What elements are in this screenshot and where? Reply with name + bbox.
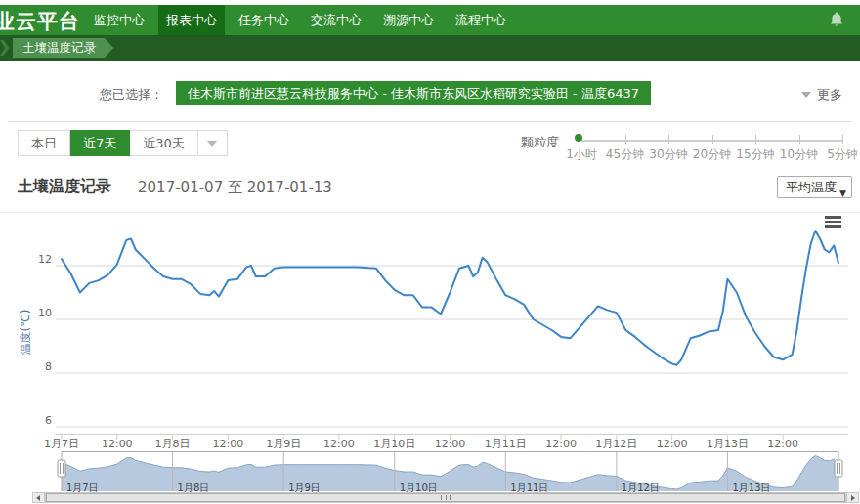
x-axis-label: 12:00 xyxy=(435,438,466,450)
x-axis-label: 1月8日 xyxy=(155,438,191,450)
granularity-tick xyxy=(799,135,800,144)
series-line xyxy=(62,231,838,365)
menu-item-5[interactable]: 流程中心 xyxy=(448,5,514,35)
y-axis-title: 温度(℃) xyxy=(19,310,32,356)
navigator-day-label: 1月9日 xyxy=(288,483,321,493)
series-select-value: 平均温度 xyxy=(786,180,837,194)
x-axis-label: 12:00 xyxy=(545,438,577,450)
top-navbar: 农业云平台 监控中心报表中心任务中心交流中心溯源中心流程中心 xyxy=(0,5,860,35)
granularity-slider-handle[interactable] xyxy=(575,134,582,142)
granularity-control: 颗粒度 1小时45分钟30分钟20分钟15分钟10分钟5分钟 xyxy=(518,127,858,166)
navigator-day-label: 1月12日 xyxy=(622,483,660,493)
breadcrumb-chevron-icon xyxy=(0,40,9,56)
chart-date-range: 2017-01-07 至 2017-01-13 xyxy=(138,179,332,197)
x-axis-label: 1月13日 xyxy=(707,438,749,450)
x-axis-label: 12:00 xyxy=(323,438,355,450)
menu-item-0[interactable]: 监控中心 xyxy=(86,5,152,35)
x-axis-label: 12:00 xyxy=(657,438,688,450)
navigator-day-label: 1月10日 xyxy=(400,483,438,493)
series-select-dropdown[interactable]: 平均温度 ▼ xyxy=(777,176,852,198)
arrow-left-icon xyxy=(36,495,40,501)
menu-item-3[interactable]: 交流中心 xyxy=(303,5,369,35)
x-axis-label: 12:00 xyxy=(767,438,798,450)
scrollbar-grip-icon xyxy=(441,495,451,500)
menu-item-4[interactable]: 溯源中心 xyxy=(375,5,442,35)
chart-title: 土壤温度记录 xyxy=(18,177,111,197)
granularity-label: 颗粒度 xyxy=(521,134,559,151)
chart-export-menu-icon[interactable] xyxy=(825,216,841,228)
x-axis-label: 1月12日 xyxy=(595,438,637,450)
scrollbar-left-button[interactable] xyxy=(32,492,45,503)
caret-down-icon xyxy=(801,92,811,98)
temperature-line-chart: 121086温度(℃)1月7日12:001月8日12:001月9日12:001月… xyxy=(0,210,860,451)
selection-label: 您已选择： xyxy=(100,86,163,104)
scrollbar-right-button[interactable] xyxy=(846,492,859,503)
x-axis-label: 12:00 xyxy=(213,438,244,450)
range-button-1[interactable]: 近7天 xyxy=(70,130,130,156)
granularity-tick xyxy=(625,135,626,144)
notification-bell-icon[interactable] xyxy=(829,12,844,28)
menu-item-1[interactable]: 报表中心 xyxy=(158,5,225,35)
x-axis-label: 1月9日 xyxy=(266,438,301,450)
range-dropdown-button[interactable] xyxy=(198,130,228,156)
y-axis-label: 8 xyxy=(45,360,52,373)
x-axis-label: 12:00 xyxy=(102,438,133,450)
granularity-option-6[interactable]: 5分钟 xyxy=(817,147,860,163)
range-button-0[interactable]: 本日 xyxy=(18,130,70,156)
navigator-handle-left[interactable] xyxy=(58,460,65,477)
selection-bar: 您已选择： 佳木斯市前进区慧云科技服务中心 - 佳木斯市东风区水稻研究实验田 -… xyxy=(8,66,852,122)
breadcrumb-bar: 土壤温度记录 xyxy=(0,35,860,61)
chart-navigator: 1月7日1月8日1月9日1月10日1月11日1月12日1月13日 xyxy=(0,451,860,493)
granularity-tick xyxy=(842,135,843,144)
navigator-day-label: 1月13日 xyxy=(732,483,770,493)
x-axis-label: 1月11日 xyxy=(485,438,527,450)
select-caret-icon: ▼ xyxy=(839,184,846,204)
more-label: 更多 xyxy=(817,86,842,104)
menu-item-2[interactable]: 任务中心 xyxy=(231,5,297,35)
arrow-right-icon xyxy=(851,495,855,501)
more-button[interactable]: 更多 xyxy=(801,86,842,104)
y-axis-label: 12 xyxy=(38,253,52,266)
time-range-button-group: 本日近7天近30天 xyxy=(18,130,228,156)
main-menu: 监控中心报表中心任务中心交流中心溯源中心流程中心 xyxy=(86,5,520,35)
page: 农业云平台 监控中心报表中心任务中心交流中心溯源中心流程中心 土壤温度记录 您已… xyxy=(0,0,860,504)
caret-down-icon xyxy=(207,141,217,147)
granularity-tick xyxy=(712,135,713,144)
navigator-day-label: 1月8日 xyxy=(178,483,210,493)
range-button-2[interactable]: 近30天 xyxy=(130,130,198,156)
y-axis-label: 6 xyxy=(45,414,52,427)
x-axis-label: 1月10日 xyxy=(373,438,415,450)
granularity-tick xyxy=(668,135,669,144)
granularity-tick xyxy=(755,135,756,144)
navigator-day-label: 1月7日 xyxy=(66,483,99,493)
brand-logo: 农业云平台 xyxy=(0,8,80,35)
navigator-day-label: 1月11日 xyxy=(510,483,548,493)
selection-tag[interactable]: 佳木斯市前进区慧云科技服务中心 - 佳木斯市东风区水稻研究实验田 - 温度643… xyxy=(176,81,651,105)
x-axis-label: 1月7日 xyxy=(44,438,79,450)
y-axis-label: 10 xyxy=(38,307,52,319)
breadcrumb-item[interactable]: 土壤温度记录 xyxy=(13,38,113,58)
navigator-handle-right[interactable] xyxy=(835,460,842,477)
